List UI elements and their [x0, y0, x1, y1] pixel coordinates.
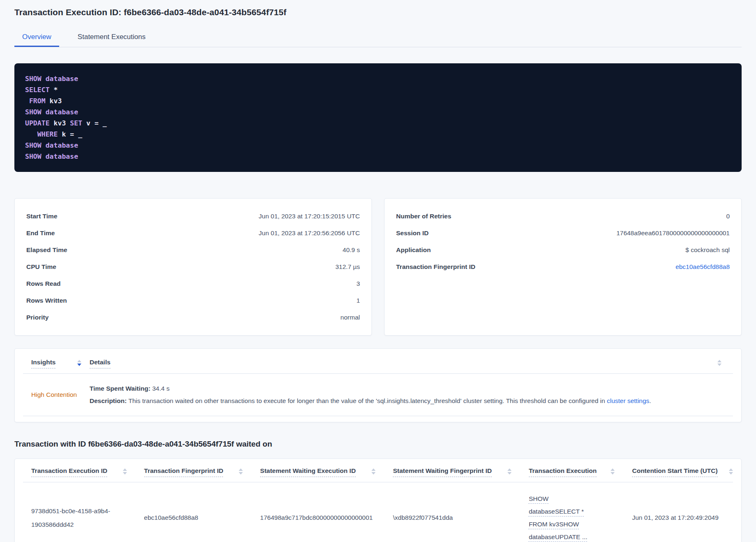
col-header-statement-waiting-fingerprint-id[interactable]: Statement Waiting Fingerprint ID: [385, 467, 520, 477]
summary-cards-row: Start Time Jun 01, 2023 at 17:20:15:2015…: [14, 198, 742, 336]
kv-value: 1: [356, 297, 360, 304]
insights-card: Insights Details High Contention Time Sp…: [14, 348, 742, 422]
cell-contention-start-time: Jun 01, 2023 at 17:20:49:2049: [624, 514, 733, 521]
kv-row-rows-written: Rows Written 1: [26, 292, 360, 309]
waited-on-heading: Transaction with ID f6be6366-da03-48de-a…: [14, 440, 742, 449]
kv-label: Rows Read: [26, 280, 61, 287]
kv-row-end-time: End Time Jun 01, 2023 at 17:20:56:2056 U…: [26, 225, 360, 241]
kv-row-start-time: Start Time Jun 01, 2023 at 17:20:15:2015…: [26, 208, 360, 225]
page-title: Transaction Execution ID: f6be6366-da03-…: [14, 7, 742, 17]
kv-label: Session ID: [396, 229, 429, 237]
time-spent-waiting: Time Spent Waiting: 34.4 s: [90, 382, 733, 395]
details-column-label: Details: [90, 359, 111, 368]
execution-summary-card: Start Time Jun 01, 2023 at 17:20:15:2015…: [14, 198, 372, 336]
waited-table-header: Transaction Execution ID Transaction Fin…: [23, 459, 733, 482]
insight-type-cell: High Contention: [23, 391, 81, 398]
tab-statement-executions[interactable]: Statement Executions: [70, 28, 153, 47]
waited-table-row: 9738d051-bc0e-4158-a9b4-1903586ddd42 ebc…: [23, 482, 733, 542]
kv-label: Elapsed Time: [26, 246, 67, 254]
sql-statements-box: SHOW database SELECT * FROM kv3 SHOW dat…: [14, 63, 742, 172]
transaction-execution-link[interactable]: SHOW databaseSELECT * FROM kv3SHOW datab…: [529, 492, 598, 542]
kv-row-priority: Priority normal: [26, 309, 360, 326]
transaction-details-page: Transaction Execution ID: f6be6366-da03-…: [0, 0, 756, 542]
col-header-transaction-execution-id[interactable]: Transaction Execution ID: [23, 467, 136, 477]
insight-details-cell: Time Spent Waiting: 34.4 s Description: …: [81, 382, 733, 407]
kv-label: Application: [396, 246, 431, 254]
cell-statement-waiting-execution-id: 176498a9c717bdc80000000000000001: [252, 514, 385, 521]
sql-line: SHOW database: [25, 151, 731, 162]
tab-overview[interactable]: Overview: [14, 28, 59, 47]
kv-value: Jun 01, 2023 at 17:20:56:2056 UTC: [259, 229, 360, 237]
insights-table-header: Insights Details: [23, 349, 733, 373]
kv-value: Jun 01, 2023 at 17:20:15:2015 UTC: [259, 213, 360, 220]
column-label: Transaction Execution: [529, 467, 597, 477]
sql-line: SELECT *: [25, 84, 731, 95]
kv-row-transaction-fingerprint-id: Transaction Fingerprint ID ebc10ae56cfd8…: [396, 258, 730, 275]
tab-statement-executions-label: Statement Executions: [78, 33, 145, 41]
kv-row-rows-read: Rows Read 3: [26, 275, 360, 292]
kv-value: 0: [726, 213, 730, 220]
cell-transaction-execution-id: 9738d051-bc0e-4158-a9b4-1903586ddd42: [23, 504, 136, 531]
sql-line: SHOW database: [25, 107, 731, 118]
kv-label: End Time: [26, 229, 55, 237]
session-summary-card: Number of Retries 0 Session ID 17648a9ee…: [384, 198, 742, 336]
kv-value: 17648a9eea6017800000000000000001: [616, 229, 730, 237]
column-label: Statement Waiting Fingerprint ID: [393, 467, 492, 477]
kv-label: Transaction Fingerprint ID: [396, 263, 475, 271]
column-label: Contention Start Time (UTC): [632, 467, 717, 477]
kv-label: Number of Retries: [396, 213, 451, 220]
transaction-fingerprint-id-link[interactable]: ebc10ae56cfd88a8: [675, 263, 730, 271]
sort-icon[interactable]: [123, 468, 127, 475]
details-column-header[interactable]: Details: [81, 359, 733, 368]
kv-value: 312.7 µs: [335, 263, 360, 271]
insights-column-header[interactable]: Insights: [23, 359, 81, 368]
divider: [23, 416, 733, 416]
kv-label: Rows Written: [26, 297, 67, 304]
kv-row-cpu-time: CPU Time 312.7 µs: [26, 258, 360, 275]
waited-on-table-card: Transaction Execution ID Transaction Fin…: [14, 459, 742, 542]
cell-transaction-execution: SHOW databaseSELECT * FROM kv3SHOW datab…: [521, 492, 624, 542]
col-header-transaction-fingerprint-id[interactable]: Transaction Fingerprint ID: [136, 467, 252, 477]
kv-value: $ cockroach sql: [685, 246, 730, 254]
kv-row-number-of-retries: Number of Retries 0: [396, 208, 730, 225]
column-label: Transaction Execution ID: [31, 467, 107, 477]
sql-line: SHOW database: [25, 140, 731, 151]
sort-icon[interactable]: [371, 468, 376, 475]
cell-transaction-fingerprint-id: ebc10ae56cfd88a8: [136, 514, 252, 521]
tab-overview-label: Overview: [22, 33, 51, 41]
sql-line: WHERE k = _: [25, 129, 731, 140]
kv-value: 40.9 s: [343, 246, 360, 254]
insights-column-label: Insights: [31, 359, 55, 368]
sort-icon[interactable]: [717, 360, 721, 366]
sql-line: UPDATE kv3 SET v = _: [25, 118, 731, 129]
cluster-settings-link[interactable]: cluster settings: [607, 397, 649, 404]
sort-icon[interactable]: [729, 468, 733, 475]
column-label: Transaction Fingerprint ID: [144, 467, 224, 477]
col-header-transaction-execution[interactable]: Transaction Execution: [521, 467, 624, 477]
sort-icon[interactable]: [611, 468, 615, 475]
sql-line: FROM kv3: [25, 95, 731, 107]
sort-icon[interactable]: [239, 468, 243, 475]
kv-value: 3: [356, 280, 360, 287]
column-label: Statement Waiting Execution ID: [260, 467, 356, 477]
insight-row: High Contention Time Spent Waiting: 34.4…: [23, 374, 733, 416]
kv-label: Priority: [26, 314, 48, 321]
kv-row-session-id: Session ID 17648a9eea6017800000000000000…: [396, 225, 730, 241]
kv-row-elapsed-time: Elapsed Time 40.9 s: [26, 241, 360, 258]
insight-description: Description: This transaction waited on …: [90, 395, 733, 407]
col-header-contention-start-time[interactable]: Contention Start Time (UTC): [624, 467, 733, 477]
kv-row-application: Application $ cockroach sql: [396, 241, 730, 258]
high-contention-badge: High Contention: [31, 391, 77, 398]
tab-bar: Overview Statement Executions: [14, 28, 742, 47]
col-header-statement-waiting-execution-id[interactable]: Statement Waiting Execution ID: [252, 467, 385, 477]
sort-desc-icon[interactable]: [77, 360, 81, 366]
kv-label: Start Time: [26, 213, 58, 220]
sql-line: SHOW database: [25, 73, 731, 84]
sort-icon[interactable]: [507, 468, 512, 475]
kv-label: CPU Time: [26, 263, 56, 271]
cell-statement-waiting-fingerprint-id: \xdb8922f077541dda: [385, 514, 520, 521]
kv-value: normal: [341, 314, 360, 321]
